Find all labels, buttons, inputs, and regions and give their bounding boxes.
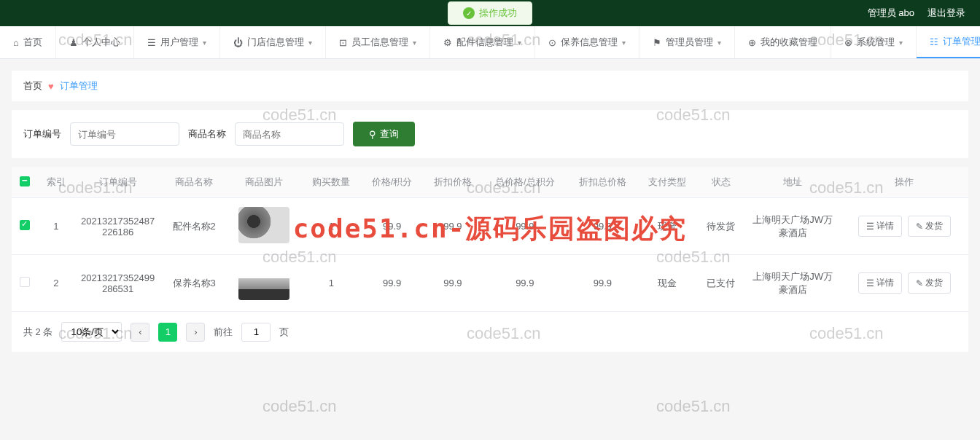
- page-unit: 页: [279, 326, 289, 339]
- nav-favorites[interactable]: ⊕我的收藏管理: [735, 26, 831, 58]
- per-page-select[interactable]: 10条/页: [61, 322, 122, 342]
- cell-discount: 99.9: [423, 198, 482, 255]
- row-checkbox[interactable]: [20, 277, 30, 287]
- cell-address: 上海明天广场JW万豪酒店: [745, 198, 841, 255]
- logout-link[interactable]: 退出登录: [928, 7, 965, 20]
- order-no-label: 订单编号: [23, 127, 61, 141]
- cell-product-name: 保养名称3: [161, 255, 227, 312]
- col-product-img: 商品图片: [227, 167, 302, 198]
- chevron-down-icon: ▾: [203, 39, 206, 47]
- nav-bar: ⌂首页 ♟个人中心 ☰用户管理▾ ⏻门店信息管理▾ ⊡员工信息管理▾ ⚙配件信息…: [0, 26, 980, 59]
- detail-button[interactable]: ☰详情: [858, 216, 902, 237]
- cell-status: 已支付: [697, 255, 745, 312]
- nav-staff[interactable]: ⊡员工信息管理▾: [326, 26, 430, 58]
- cell-address: 上海明天广场JW万豪酒店: [745, 255, 841, 312]
- breadcrumb-home[interactable]: 首页: [23, 79, 42, 93]
- col-order-no: 订单编号: [74, 167, 161, 198]
- search-icon: ⚲: [369, 129, 376, 140]
- pagination: 共 2 条 10条/页 ‹ 1 › 前往 页: [12, 312, 968, 352]
- gear-icon: ⊗: [844, 37, 852, 48]
- admin-icon: ⚑: [653, 37, 661, 48]
- col-actions: 操作: [841, 167, 968, 198]
- nav-parts[interactable]: ⚙配件信息管理▾: [430, 26, 535, 58]
- users-icon: ☰: [147, 37, 156, 48]
- cell-qty: 1: [302, 198, 361, 255]
- order-no-input[interactable]: [70, 122, 179, 146]
- list-icon: ☰: [866, 221, 874, 232]
- prev-page-button[interactable]: ‹: [131, 323, 149, 342]
- cell-product-name: 配件名称2: [161, 198, 227, 255]
- product-image: [238, 207, 289, 243]
- user-icon: ♟: [69, 37, 78, 48]
- ship-button[interactable]: ✎发货: [908, 216, 951, 237]
- nav-personal[interactable]: ♟个人中心: [56, 26, 134, 58]
- cell-total: 99.9: [483, 198, 568, 255]
- home-icon: ⌂: [13, 37, 19, 48]
- chevron-down-icon: ▾: [413, 39, 416, 47]
- edit-icon: ✎: [916, 221, 923, 232]
- nav-admin[interactable]: ⚑管理员管理▾: [639, 26, 735, 58]
- goto-label: 前往: [214, 326, 233, 339]
- cell-index: 1: [38, 198, 74, 255]
- chevron-down-icon: ▾: [308, 39, 312, 47]
- check-icon: ✓: [463, 7, 475, 19]
- cell-discount: 99.9: [423, 255, 482, 312]
- parts-icon: ⚙: [443, 37, 452, 48]
- col-discount-total: 折扣总价格: [567, 167, 638, 198]
- col-product-name: 商品名称: [161, 167, 227, 198]
- next-page-button[interactable]: ›: [186, 323, 205, 342]
- cell-index: 2: [38, 255, 74, 312]
- orders-table: 索引 订单编号 商品名称 商品图片 购买数量 价格/积分 折扣价格 总价格/总积…: [12, 167, 968, 352]
- nav-orders[interactable]: ☷订单管理▾: [917, 26, 980, 58]
- col-price: 价格/积分: [361, 167, 423, 198]
- detail-button[interactable]: ☰详情: [858, 272, 902, 294]
- col-address: 地址: [745, 167, 841, 198]
- chevron-down-icon: ▾: [718, 39, 721, 47]
- chevron-down-icon: ▾: [518, 39, 521, 47]
- nav-users[interactable]: ☰用户管理▾: [134, 26, 220, 58]
- success-text: 操作成功: [479, 7, 517, 20]
- chevron-down-icon: ▾: [899, 39, 903, 47]
- product-name-label: 商品名称: [188, 127, 226, 141]
- col-qty: 购买数量: [302, 167, 361, 198]
- goto-page-input[interactable]: [241, 323, 271, 342]
- cell-pay-type: 现金: [638, 198, 697, 255]
- chevron-down-icon: ▾: [622, 39, 626, 47]
- col-pay-type: 支付类型: [638, 167, 697, 198]
- cell-discount-total: 99.9: [567, 198, 638, 255]
- col-total: 总价格/总积分: [483, 167, 568, 198]
- search-bar: 订单编号 商品名称 ⚲查询: [12, 110, 968, 158]
- cell-price: 99.9: [361, 255, 423, 312]
- breadcrumb-current: 订单管理: [60, 79, 98, 93]
- star-icon: ⊕: [748, 37, 756, 48]
- cell-total: 99.9: [483, 255, 568, 312]
- page-number-button[interactable]: 1: [158, 323, 177, 342]
- row-checkbox[interactable]: [20, 220, 30, 230]
- cell-qty: 1: [302, 255, 361, 312]
- cell-order-no: 20213217352499286531: [74, 255, 161, 312]
- query-button[interactable]: ⚲查询: [353, 122, 415, 146]
- table-row: 2 20213217352499286531 保养名称3 1 99.9 99.9…: [12, 255, 968, 312]
- breadcrumb: 首页 ♥ 订单管理: [12, 71, 968, 101]
- maintain-icon: ⊙: [548, 37, 556, 48]
- top-bar: ✓ 操作成功 管理员 abo 退出登录: [0, 0, 980, 26]
- cell-order-no: 20213217352487226186: [74, 198, 161, 255]
- success-toast: ✓ 操作成功: [448, 1, 532, 25]
- col-discount: 折扣价格: [423, 167, 482, 198]
- store-icon: ⏻: [233, 37, 243, 48]
- nav-store[interactable]: ⏻门店信息管理▾: [220, 26, 326, 58]
- product-name-input[interactable]: [235, 122, 344, 146]
- cell-pay-type: 现金: [638, 255, 697, 312]
- order-icon: ☷: [930, 36, 938, 47]
- nav-home[interactable]: ⌂首页: [0, 26, 56, 58]
- admin-label[interactable]: 管理员 abo: [868, 7, 914, 20]
- nav-maintain[interactable]: ⊙保养信息管理▾: [535, 26, 639, 58]
- table-row: 1 20213217352487226186 配件名称2 1 99.9 99.9…: [12, 198, 968, 255]
- ship-button[interactable]: ✎发货: [908, 272, 951, 294]
- heart-icon: ♥: [48, 81, 54, 92]
- nav-system[interactable]: ⊗系统管理▾: [831, 26, 917, 58]
- staff-icon: ⊡: [339, 37, 347, 48]
- select-all-checkbox[interactable]: [20, 176, 30, 186]
- list-icon: ☰: [866, 278, 874, 288]
- cell-discount-total: 99.9: [567, 255, 638, 312]
